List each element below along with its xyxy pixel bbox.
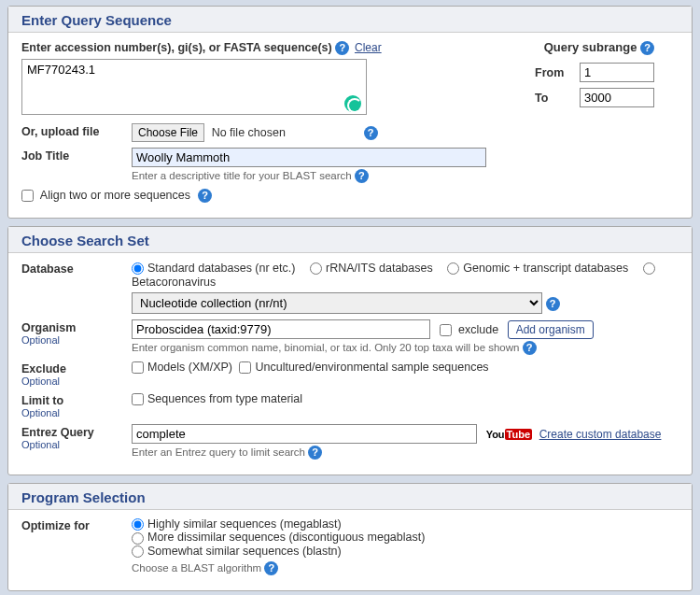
help-icon[interactable]: ?: [546, 297, 560, 311]
database-label: Database: [21, 261, 124, 276]
program-selection-panel: Program Selection Optimize for Highly si…: [7, 483, 693, 591]
db-radio-genomic[interactable]: Genomic + transcript databases: [447, 262, 628, 275]
exclude-models-label[interactable]: Models (XM/XP): [132, 361, 232, 374]
jobtitle-helper: Enter a descriptive title for your BLAST…: [132, 170, 352, 181]
youtube-icon[interactable]: YouTube: [486, 429, 532, 440]
radio-text: Standard databases (nr etc.): [147, 262, 295, 275]
exclude-uncultured-checkbox[interactable]: [239, 361, 251, 374]
entrez-helper: Enter an Entrez query to limit search: [132, 446, 305, 458]
db-radio-std[interactable]: Standard databases (nr etc.): [132, 262, 295, 275]
from-input[interactable]: [580, 63, 654, 82]
exclude-organism-checkbox[interactable]: [440, 324, 452, 336]
help-icon[interactable]: ?: [640, 41, 654, 55]
help-icon[interactable]: ?: [335, 41, 349, 55]
db-radio-rrna-input[interactable]: [310, 262, 322, 275]
exclude-organism-label[interactable]: exclude: [440, 323, 502, 336]
no-file-text: No file chosen: [212, 126, 286, 139]
choose-algo-helper: Choose a BLAST algorithm: [132, 561, 261, 573]
db-radio-rrna[interactable]: rRNA/ITS databases: [310, 262, 433, 275]
exclude-models-checkbox[interactable]: [132, 361, 144, 374]
limit-label: Limit to: [21, 394, 63, 407]
align-two-text: Align two or more sequences: [40, 189, 190, 202]
help-icon[interactable]: ?: [198, 189, 212, 203]
panel-header-program: Program Selection: [8, 484, 692, 510]
panel-header-search: Choose Search Set: [8, 227, 692, 253]
help-icon[interactable]: ?: [264, 561, 278, 575]
radio-text: More dissimilar sequences (discontiguous…: [147, 531, 425, 544]
query-prompt: Enter accession number(s), gi(s), or FAS…: [21, 41, 332, 54]
jobtitle-label: Job Title: [21, 148, 124, 163]
checkbox-text: Models (XM/XP): [147, 361, 232, 374]
organism-input[interactable]: [132, 319, 430, 339]
optional-text: Optional: [21, 375, 124, 387]
search-set-panel: Choose Search Set Database Standard data…: [7, 226, 693, 475]
radio-text: Somewhat similar sequences (blastn): [147, 545, 342, 558]
opt-disc-label[interactable]: More dissimilar sequences (discontiguous…: [132, 531, 425, 544]
opt-blastn-radio[interactable]: [132, 545, 144, 558]
help-icon[interactable]: ?: [364, 126, 378, 140]
checkbox-text: Sequences from type material: [147, 392, 302, 405]
help-icon[interactable]: ?: [523, 341, 537, 355]
limit-seq-checkbox[interactable]: [132, 393, 144, 405]
limit-seq-label[interactable]: Sequences from type material: [132, 392, 302, 405]
clear-link[interactable]: Clear: [355, 41, 382, 54]
align-two-checkbox-label[interactable]: Align two or more sequences: [21, 189, 190, 202]
db-radio-genomic-input[interactable]: [447, 262, 459, 275]
opt-mega-radio[interactable]: [132, 518, 144, 531]
database-select[interactable]: Nucleotide collection (nr/nt): [132, 292, 542, 314]
query-textarea[interactable]: MF770243.1: [21, 59, 367, 115]
db-radio-beta-input[interactable]: [643, 262, 655, 275]
add-organism-button[interactable]: Add organism: [508, 320, 594, 339]
to-input[interactable]: [580, 88, 654, 107]
optional-text: Optional: [21, 439, 124, 450]
align-two-checkbox[interactable]: [21, 190, 34, 202]
query-subrange: Query subrange ? From To: [535, 40, 654, 107]
optional-text: Optional: [21, 407, 124, 418]
choose-file-button[interactable]: Choose File: [132, 123, 204, 142]
organism-helper: Enter organism common name, binomial, or…: [132, 342, 519, 353]
enter-query-panel: Enter Query Sequence Enter accession num…: [7, 6, 693, 219]
radio-text: rRNA/ITS databases: [326, 262, 433, 275]
to-label: To: [535, 92, 572, 105]
jobtitle-input[interactable]: [132, 148, 486, 167]
subrange-title: Query subrange: [544, 40, 637, 54]
help-icon[interactable]: ?: [308, 446, 322, 460]
custom-db-link[interactable]: Create custom database: [539, 428, 662, 441]
opt-disc-radio[interactable]: [132, 532, 144, 545]
grammarly-icon[interactable]: [344, 95, 361, 112]
exclude-uncultured-label[interactable]: Uncultured/environmental sample sequence…: [239, 361, 488, 374]
help-icon[interactable]: ?: [355, 169, 369, 183]
panel-header-query: Enter Query Sequence: [8, 7, 692, 33]
db-radio-std-input[interactable]: [132, 262, 144, 275]
entrez-label: Entrez Query: [21, 426, 94, 439]
from-label: From: [535, 66, 572, 79]
entrez-input[interactable]: [132, 424, 477, 444]
opt-blastn-label[interactable]: Somewhat similar sequences (blastn): [132, 545, 342, 558]
exclude-text: exclude: [458, 323, 498, 336]
checkbox-text: Uncultured/environmental sample sequence…: [255, 361, 488, 374]
opt-mega-label[interactable]: Highly similar sequences (megablast): [132, 517, 342, 531]
optimize-label: Optimize for: [21, 517, 124, 532]
optional-text: Optional: [21, 334, 124, 346]
radio-text: Genomic + transcript databases: [463, 262, 628, 275]
exclude-label: Exclude: [21, 362, 66, 375]
organism-label: Organism: [21, 321, 76, 334]
radio-text: Highly similar sequences (megablast): [147, 517, 342, 531]
upload-label: Or, upload file: [21, 123, 124, 138]
radio-text: Betacoronavirus: [132, 276, 216, 289]
